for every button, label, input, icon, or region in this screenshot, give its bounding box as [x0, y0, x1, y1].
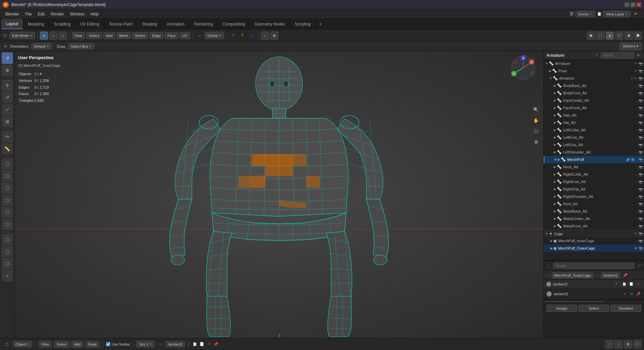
scene-dropdown[interactable]: Scene▾ — [575, 11, 595, 17]
shear-tool[interactable]: ⬡ — [2, 258, 13, 269]
pin-btn[interactable]: 📌 — [622, 272, 628, 278]
properties-search[interactable] — [553, 263, 635, 269]
close-button[interactable]: ✕ — [637, 2, 641, 7]
tab-layout[interactable]: Layout — [1, 19, 23, 29]
scale-tool[interactable]: ⤢ — [2, 104, 13, 115]
drag-dropdown[interactable]: Select Box ▾ — [68, 43, 95, 49]
tab-texture-paint[interactable]: Texture Paint — [104, 19, 138, 29]
outliner-cage-collection[interactable]: ▼ ▼ Cage 👁 📷 — [544, 230, 644, 237]
outliner-bone-waistback[interactable]: ▶ 🦴 WaistBack_Att ↓ 📷 — [544, 208, 644, 215]
bb-c[interactable]: 📷 — [639, 84, 643, 88]
material-copy-btn[interactable]: 📋 — [621, 281, 627, 287]
transform-dropdown[interactable]: Global ▾ — [205, 32, 224, 39]
annotate-tool[interactable]: ✏ — [2, 131, 13, 142]
bottom-select-btn[interactable]: Select — [54, 341, 69, 348]
camera-btn[interactable]: 🎥 — [531, 126, 541, 136]
bottom-add-btn[interactable]: Add — [71, 341, 84, 348]
menu-blender[interactable]: Blender — [3, 11, 22, 17]
viewport-gizmo[interactable]: Z X Y — [510, 54, 537, 81]
material-remove-btn[interactable]: ✕ — [635, 281, 641, 287]
outliner-bone-rightgrip[interactable]: ▶ 🦴 RightGrip_Att ↓ 📷 — [544, 185, 644, 193]
viewport-shading-material[interactable]: ⬡ — [615, 32, 623, 40]
rotate-tool[interactable]: ↺ — [2, 92, 13, 103]
tab-modeling[interactable]: Modeling — [23, 19, 49, 29]
outliner-outercage[interactable]: ▶ ◼ MerchPuff_OuterCage 👁 📷 — [544, 245, 644, 252]
outliner-bone-bodybback[interactable]: ▶ 🦴 BodyBack_Att ↓ 📷 — [544, 82, 644, 89]
outliner-bone-bodyfront[interactable]: ▶ 🦴 BodyFront_Att ↓ 📷 — [544, 89, 644, 97]
bottom-zoom-out[interactable]: ↓ — [614, 340, 623, 348]
pose-vis-icon[interactable]: 👁 — [634, 69, 638, 73]
zoom-in-btn[interactable]: 🔍 — [531, 105, 541, 114]
scrollbar-thumb[interactable] — [544, 301, 604, 302]
menu-file[interactable]: File — [22, 11, 34, 17]
uv-menu[interactable]: UV — [180, 32, 190, 39]
bevel-tool[interactable]: ⬡ — [2, 182, 13, 194]
vertex-select-btn[interactable]: ● — [40, 32, 48, 40]
material-dropdown[interactable]: lambert2 — [165, 341, 185, 347]
outliner-bone-leftgrip[interactable]: ▶ 🦴 LeftGrip_Att ↓ 📷 — [544, 141, 644, 148]
tab-uv-editing[interactable]: UV Editing — [75, 19, 104, 29]
scrollbar-track[interactable] — [544, 301, 644, 302]
deselect-button[interactable]: Deselect — [610, 305, 641, 312]
outliner-bone-neck[interactable]: ▶ 🦴 Neck_Att ↓ 📷 — [544, 163, 644, 171]
smooth-tool[interactable]: ⬡ — [2, 234, 13, 245]
viewport-3d[interactable]: User Perspective (0) MerchPuff_OuterCage… — [15, 51, 543, 338]
cursor-tool[interactable]: ⊕ — [2, 64, 13, 76]
outliner-bone-leftfoot[interactable]: ▶ 🦴 LeftFoot_Att ↓ 📷 — [544, 134, 644, 141]
slot-dropdown[interactable]: Slot 1 ▾ — [136, 341, 154, 347]
select-tool[interactable]: ↗ — [2, 52, 13, 64]
bottom-node-btn[interactable]: Node — [86, 341, 100, 348]
measure-tool[interactable]: 📏 — [2, 143, 13, 155]
randomize-tool[interactable]: ⬡ — [2, 246, 13, 257]
snap-btn[interactable]: ⊕ — [270, 32, 278, 40]
x-axis-btn[interactable]: X — [229, 32, 237, 40]
pan-btn[interactable]: ✋ — [531, 116, 541, 125]
orientation-dropdown[interactable]: Default ▾ — [31, 43, 52, 49]
bottom-overlay-btn[interactable]: ⬡ — [633, 340, 641, 348]
armature-vis-icon[interactable]: 👁 — [634, 62, 638, 65]
use-nodes-checkbox[interactable] — [106, 342, 110, 346]
bottom-zoom-in[interactable]: ↑ — [605, 340, 613, 348]
outliner-bone-waistfront[interactable]: ▶ 🦴 WaistFront_Att ↓ 📷 — [544, 222, 644, 230]
mode-dropdown[interactable]: Edit Mode ▾ — [9, 32, 35, 39]
outliner-bone-hat[interactable]: ▶ 🦴 Hat_Att ↓ 📷 — [544, 119, 644, 126]
lambert-new-btn[interactable]: + — [622, 291, 628, 297]
select-button[interactable]: Select — [579, 305, 609, 312]
outliner-bone-leftcollar[interactable]: ▶ 🦴 LeftCollar_Att ↓ 📷 — [544, 126, 644, 134]
outliner-bone-facefront[interactable]: ▶ 🦴 FaceFront_Att ↓ 📷 — [544, 104, 644, 112]
outliner-bone-leftshoulder[interactable]: ▶ 🦴 LeftShoulder_Att ↓ 📷 — [544, 148, 644, 156]
menu-render[interactable]: Render — [48, 11, 66, 17]
bottom-view-btn[interactable]: View — [39, 341, 52, 348]
menu-help[interactable]: Help — [88, 11, 101, 17]
viewport-shading-render[interactable]: ◑ — [625, 32, 633, 40]
xray-btn[interactable]: ⬚ — [596, 32, 604, 40]
outliner-armature-root[interactable]: ▼ 🦴 Armature 👁 📷 — [544, 60, 644, 67]
overlay-btn[interactable]: ◉ — [587, 32, 595, 40]
material-paste-btn[interactable]: 📑 — [628, 281, 634, 287]
lambert-pin-btn[interactable]: 📌 — [635, 291, 641, 297]
mat-browse-btn[interactable]: 📋 — [192, 341, 198, 347]
tab-geometry-nodes[interactable]: Geometry Nodes — [250, 19, 290, 29]
tab-sculpting[interactable]: Sculpting — [49, 19, 75, 29]
edge-select-btn[interactable]: ─ — [49, 32, 57, 40]
prop-object-name[interactable]: MerchPuff_OuterCage — [552, 272, 593, 278]
tab-compositing[interactable]: Compositing — [218, 19, 250, 29]
prop-material-name[interactable]: lambert2 — [601, 272, 620, 278]
maximize-button[interactable]: □ — [631, 2, 635, 7]
assign-button[interactable]: Assign — [546, 305, 577, 312]
outliner-bone-merchpuff[interactable]: ▶ 🦴 MerchPuff 🔗 🔵 ↓ 📷 — [544, 156, 644, 163]
menu-edit[interactable]: Edit — [35, 11, 48, 17]
tab-rendering[interactable]: Rendering — [190, 19, 218, 29]
mesh-menu[interactable]: Mesh — [116, 32, 131, 39]
mat-remove-btn[interactable]: ✕ — [206, 341, 212, 347]
options-btn[interactable]: Options ▾ — [620, 42, 641, 50]
tab-shading[interactable]: Shading — [138, 19, 162, 29]
outliner-bone-root[interactable]: ▶ 🦴 Root_Att ↓ 📷 — [544, 200, 644, 208]
tab-scripting[interactable]: Scripting — [290, 19, 316, 29]
add-transform[interactable]: + — [2, 270, 13, 281]
outliner-bone-rightfoot[interactable]: ▶ 🦴 RightFoot_Att ↓ 📷 — [544, 178, 644, 185]
view-menu[interactable]: View — [72, 32, 85, 39]
mat-copy-btn[interactable]: 📑 — [199, 341, 205, 347]
proportional-btn[interactable]: ○ — [261, 32, 269, 40]
outliner-bone-rightcollar[interactable]: ▶ 🦴 RightCollar_Att ↓ 📷 — [544, 171, 644, 178]
